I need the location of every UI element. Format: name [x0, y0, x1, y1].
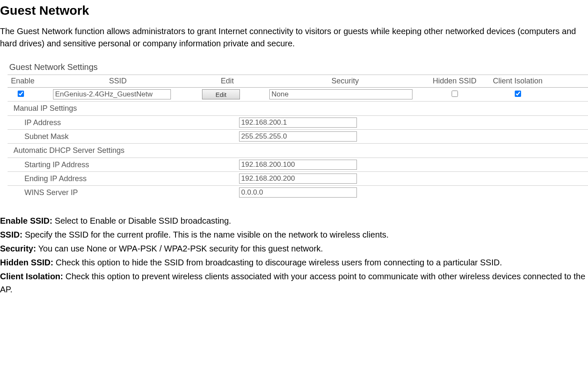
desc-hidden-ssid: Hidden SSID: Check this option to hide t… [0, 256, 588, 269]
desc-ssid: SSID: Specify the SSID for the current p… [0, 228, 588, 241]
starting-ip-label: Starting IP Address [24, 160, 239, 169]
header-security: Security [269, 77, 421, 86]
table-row: Edit [8, 88, 588, 102]
subnet-mask-label: Subnet Mask [24, 132, 239, 141]
desc-security-text: You can use None or WPA-PSK / WPA2-PSK s… [36, 244, 323, 253]
header-ssid: SSID [51, 77, 185, 86]
header-edit: Edit [185, 77, 269, 86]
guest-network-settings-panel: Guest Network Settings Enable SSID Edit … [8, 60, 588, 199]
ip-address-input[interactable] [239, 118, 357, 128]
header-hidden-ssid: Hidden SSID [421, 77, 488, 86]
desc-hidden-ssid-label: Hidden SSID: [0, 258, 53, 267]
wins-server-label: WINS Server IP [24, 188, 239, 197]
wins-server-input[interactable] [239, 187, 357, 198]
desc-security: Security: You can use None or WPA-PSK / … [0, 242, 588, 255]
header-enable: Enable [8, 77, 51, 86]
subnet-mask-row: Subnet Mask [8, 130, 588, 144]
ip-address-row: IP Address [8, 116, 588, 130]
edit-button[interactable]: Edit [202, 89, 240, 99]
descriptions-block: Enable SSID: Select to Enable or Disable… [0, 214, 588, 296]
ssid-input[interactable] [53, 89, 171, 99]
desc-ssid-text: Specify the SSID for the current profile… [22, 230, 388, 239]
table-header-row: Enable SSID Edit Security Hidden SSID Cl… [8, 75, 588, 88]
desc-ssid-label: SSID: [0, 230, 22, 239]
intro-paragraph: The Guest Network function allows admini… [0, 25, 581, 50]
hidden-ssid-checkbox[interactable] [452, 91, 458, 97]
ending-ip-input[interactable] [239, 174, 357, 184]
ending-ip-label: Ending IP Address [24, 174, 239, 183]
ending-ip-row: Ending IP Address [8, 172, 588, 186]
manual-ip-section-title: Manual IP Settings [8, 102, 588, 116]
desc-client-isolation: Client Isolation: Check this option to p… [0, 270, 588, 296]
desc-security-label: Security: [0, 244, 36, 253]
desc-enable-ssid-label: Enable SSID: [0, 216, 52, 225]
desc-enable-ssid: Enable SSID: Select to Enable or Disable… [0, 214, 588, 227]
starting-ip-row: Starting IP Address [8, 158, 588, 172]
ip-address-label: IP Address [24, 118, 239, 127]
panel-title: Guest Network Settings [8, 60, 588, 75]
desc-hidden-ssid-text: Check this option to hide the SSID from … [53, 258, 502, 267]
page-title: Guest Network [0, 3, 588, 18]
desc-enable-ssid-text: Select to Enable or Disable SSID broadca… [52, 216, 231, 225]
subnet-mask-input[interactable] [239, 131, 357, 142]
security-field[interactable] [269, 89, 412, 99]
enable-checkbox[interactable] [18, 91, 24, 97]
desc-client-isolation-label: Client Isolation: [0, 272, 63, 281]
client-isolation-checkbox[interactable] [515, 91, 521, 97]
desc-client-isolation-text: Check this option to prevent wireless cl… [0, 272, 585, 294]
wins-server-row: WINS Server IP [8, 186, 588, 199]
starting-ip-input[interactable] [239, 160, 357, 170]
header-client-isolation: Client Isolation [488, 77, 547, 86]
dhcp-section-title: Automatic DHCP Server Settings [8, 144, 588, 158]
